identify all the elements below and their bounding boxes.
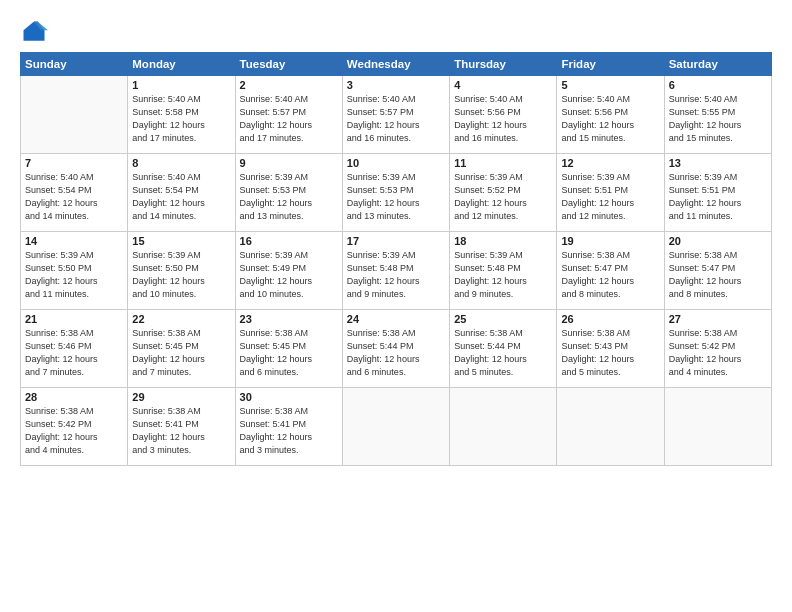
day-cell: 19Sunrise: 5:38 AM Sunset: 5:47 PM Dayli… (557, 232, 664, 310)
day-cell (450, 388, 557, 466)
day-cell: 23Sunrise: 5:38 AM Sunset: 5:45 PM Dayli… (235, 310, 342, 388)
day-info: Sunrise: 5:40 AM Sunset: 5:56 PM Dayligh… (561, 93, 659, 145)
day-cell: 9Sunrise: 5:39 AM Sunset: 5:53 PM Daylig… (235, 154, 342, 232)
week-row-3: 21Sunrise: 5:38 AM Sunset: 5:46 PM Dayli… (21, 310, 772, 388)
day-info: Sunrise: 5:38 AM Sunset: 5:44 PM Dayligh… (454, 327, 552, 379)
day-cell: 21Sunrise: 5:38 AM Sunset: 5:46 PM Dayli… (21, 310, 128, 388)
header (20, 18, 772, 46)
day-info: Sunrise: 5:39 AM Sunset: 5:50 PM Dayligh… (25, 249, 123, 301)
day-number: 24 (347, 313, 445, 325)
day-number: 29 (132, 391, 230, 403)
day-cell (21, 76, 128, 154)
header-cell-friday: Friday (557, 53, 664, 76)
day-info: Sunrise: 5:38 AM Sunset: 5:43 PM Dayligh… (561, 327, 659, 379)
day-number: 12 (561, 157, 659, 169)
day-cell: 1Sunrise: 5:40 AM Sunset: 5:58 PM Daylig… (128, 76, 235, 154)
day-number: 26 (561, 313, 659, 325)
day-info: Sunrise: 5:38 AM Sunset: 5:45 PM Dayligh… (132, 327, 230, 379)
day-info: Sunrise: 5:40 AM Sunset: 5:57 PM Dayligh… (347, 93, 445, 145)
day-info: Sunrise: 5:40 AM Sunset: 5:56 PM Dayligh… (454, 93, 552, 145)
day-cell: 7Sunrise: 5:40 AM Sunset: 5:54 PM Daylig… (21, 154, 128, 232)
day-info: Sunrise: 5:39 AM Sunset: 5:48 PM Dayligh… (347, 249, 445, 301)
day-cell: 6Sunrise: 5:40 AM Sunset: 5:55 PM Daylig… (664, 76, 771, 154)
day-info: Sunrise: 5:39 AM Sunset: 5:51 PM Dayligh… (669, 171, 767, 223)
day-cell: 5Sunrise: 5:40 AM Sunset: 5:56 PM Daylig… (557, 76, 664, 154)
day-info: Sunrise: 5:38 AM Sunset: 5:42 PM Dayligh… (669, 327, 767, 379)
day-cell: 25Sunrise: 5:38 AM Sunset: 5:44 PM Dayli… (450, 310, 557, 388)
header-cell-monday: Monday (128, 53, 235, 76)
day-cell: 4Sunrise: 5:40 AM Sunset: 5:56 PM Daylig… (450, 76, 557, 154)
day-cell: 22Sunrise: 5:38 AM Sunset: 5:45 PM Dayli… (128, 310, 235, 388)
day-number: 28 (25, 391, 123, 403)
day-info: Sunrise: 5:39 AM Sunset: 5:53 PM Dayligh… (240, 171, 338, 223)
day-number: 22 (132, 313, 230, 325)
day-number: 13 (669, 157, 767, 169)
day-info: Sunrise: 5:38 AM Sunset: 5:47 PM Dayligh… (669, 249, 767, 301)
day-cell: 13Sunrise: 5:39 AM Sunset: 5:51 PM Dayli… (664, 154, 771, 232)
day-info: Sunrise: 5:38 AM Sunset: 5:42 PM Dayligh… (25, 405, 123, 457)
day-number: 1 (132, 79, 230, 91)
day-number: 6 (669, 79, 767, 91)
day-cell: 16Sunrise: 5:39 AM Sunset: 5:49 PM Dayli… (235, 232, 342, 310)
day-cell: 30Sunrise: 5:38 AM Sunset: 5:41 PM Dayli… (235, 388, 342, 466)
day-info: Sunrise: 5:38 AM Sunset: 5:47 PM Dayligh… (561, 249, 659, 301)
day-info: Sunrise: 5:38 AM Sunset: 5:46 PM Dayligh… (25, 327, 123, 379)
day-number: 2 (240, 79, 338, 91)
day-cell: 11Sunrise: 5:39 AM Sunset: 5:52 PM Dayli… (450, 154, 557, 232)
day-number: 16 (240, 235, 338, 247)
header-cell-saturday: Saturday (664, 53, 771, 76)
day-number: 3 (347, 79, 445, 91)
day-info: Sunrise: 5:39 AM Sunset: 5:52 PM Dayligh… (454, 171, 552, 223)
day-cell (664, 388, 771, 466)
day-cell: 8Sunrise: 5:40 AM Sunset: 5:54 PM Daylig… (128, 154, 235, 232)
day-number: 5 (561, 79, 659, 91)
header-cell-sunday: Sunday (21, 53, 128, 76)
day-info: Sunrise: 5:39 AM Sunset: 5:49 PM Dayligh… (240, 249, 338, 301)
day-number: 11 (454, 157, 552, 169)
day-info: Sunrise: 5:38 AM Sunset: 5:45 PM Dayligh… (240, 327, 338, 379)
day-number: 23 (240, 313, 338, 325)
calendar-table: SundayMondayTuesdayWednesdayThursdayFrid… (20, 52, 772, 466)
day-number: 15 (132, 235, 230, 247)
day-number: 27 (669, 313, 767, 325)
day-cell (557, 388, 664, 466)
day-number: 19 (561, 235, 659, 247)
day-number: 10 (347, 157, 445, 169)
day-cell: 26Sunrise: 5:38 AM Sunset: 5:43 PM Dayli… (557, 310, 664, 388)
day-info: Sunrise: 5:40 AM Sunset: 5:58 PM Dayligh… (132, 93, 230, 145)
day-info: Sunrise: 5:40 AM Sunset: 5:57 PM Dayligh… (240, 93, 338, 145)
day-number: 18 (454, 235, 552, 247)
day-cell: 18Sunrise: 5:39 AM Sunset: 5:48 PM Dayli… (450, 232, 557, 310)
day-info: Sunrise: 5:40 AM Sunset: 5:54 PM Dayligh… (25, 171, 123, 223)
week-row-4: 28Sunrise: 5:38 AM Sunset: 5:42 PM Dayli… (21, 388, 772, 466)
svg-marker-0 (24, 22, 45, 41)
day-info: Sunrise: 5:39 AM Sunset: 5:53 PM Dayligh… (347, 171, 445, 223)
logo (20, 18, 52, 46)
day-number: 25 (454, 313, 552, 325)
day-cell: 27Sunrise: 5:38 AM Sunset: 5:42 PM Dayli… (664, 310, 771, 388)
day-info: Sunrise: 5:40 AM Sunset: 5:55 PM Dayligh… (669, 93, 767, 145)
day-cell: 20Sunrise: 5:38 AM Sunset: 5:47 PM Dayli… (664, 232, 771, 310)
day-info: Sunrise: 5:39 AM Sunset: 5:50 PM Dayligh… (132, 249, 230, 301)
day-cell: 24Sunrise: 5:38 AM Sunset: 5:44 PM Dayli… (342, 310, 449, 388)
page: SundayMondayTuesdayWednesdayThursdayFrid… (0, 0, 792, 612)
day-info: Sunrise: 5:38 AM Sunset: 5:44 PM Dayligh… (347, 327, 445, 379)
day-cell: 3Sunrise: 5:40 AM Sunset: 5:57 PM Daylig… (342, 76, 449, 154)
day-cell: 28Sunrise: 5:38 AM Sunset: 5:42 PM Dayli… (21, 388, 128, 466)
day-cell: 2Sunrise: 5:40 AM Sunset: 5:57 PM Daylig… (235, 76, 342, 154)
day-info: Sunrise: 5:39 AM Sunset: 5:51 PM Dayligh… (561, 171, 659, 223)
day-info: Sunrise: 5:39 AM Sunset: 5:48 PM Dayligh… (454, 249, 552, 301)
header-row: SundayMondayTuesdayWednesdayThursdayFrid… (21, 53, 772, 76)
logo-icon (20, 18, 48, 46)
day-cell: 12Sunrise: 5:39 AM Sunset: 5:51 PM Dayli… (557, 154, 664, 232)
header-cell-thursday: Thursday (450, 53, 557, 76)
day-number: 8 (132, 157, 230, 169)
day-number: 14 (25, 235, 123, 247)
day-info: Sunrise: 5:40 AM Sunset: 5:54 PM Dayligh… (132, 171, 230, 223)
day-cell: 15Sunrise: 5:39 AM Sunset: 5:50 PM Dayli… (128, 232, 235, 310)
day-number: 17 (347, 235, 445, 247)
day-cell: 10Sunrise: 5:39 AM Sunset: 5:53 PM Dayli… (342, 154, 449, 232)
day-number: 4 (454, 79, 552, 91)
day-number: 9 (240, 157, 338, 169)
day-info: Sunrise: 5:38 AM Sunset: 5:41 PM Dayligh… (240, 405, 338, 457)
